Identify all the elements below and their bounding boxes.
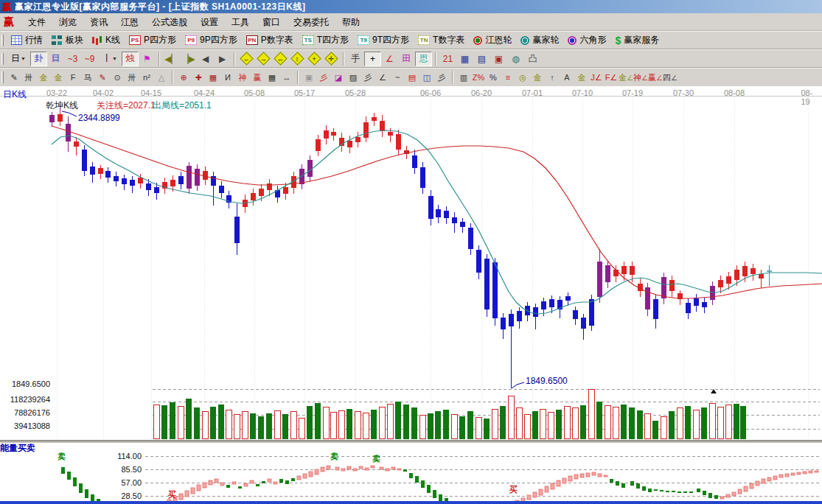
t-number-table-button[interactable]: TNT数字表	[414, 32, 469, 49]
shift-right-button[interactable]: →	[255, 52, 272, 66]
blue-box-tool[interactable]: ◫	[419, 70, 434, 85]
sectors-button[interactable]: 板块	[47, 32, 88, 49]
f-angle-tool[interactable]: F∠	[604, 70, 619, 85]
width-tool[interactable]: ↔	[279, 70, 294, 85]
duokong-kline-toggle[interactable]: 烛	[122, 52, 139, 66]
web-update-button[interactable]: ◍	[507, 52, 524, 66]
kline-button[interactable]: K线	[88, 32, 125, 49]
arrow-tool[interactable]: ↑	[545, 70, 560, 85]
menu-浏览[interactable]: 浏览	[52, 15, 83, 29]
gold-tool[interactable]: 金	[574, 70, 589, 85]
smart-analysis-button[interactable]: 思	[415, 52, 432, 66]
quotes-button[interactable]: 行情	[7, 32, 47, 49]
red-pen-tool[interactable]: ✎	[95, 70, 110, 85]
zoom-reset-button[interactable]: ✛	[323, 52, 340, 66]
angle-tool[interactable]: ∠	[375, 70, 390, 85]
web-grid-tool[interactable]: ▦	[206, 70, 220, 85]
menu-交易委托[interactable]: 交易委托	[287, 15, 335, 29]
shen-grid-tool[interactable]: 神	[235, 70, 250, 85]
menu-文件[interactable]: 文件	[21, 15, 52, 29]
toolbar-drag-handle[interactable]	[1, 71, 4, 83]
j-angle-tool[interactable]: J∠	[589, 70, 604, 85]
angle-measure-button[interactable]: ∠	[381, 52, 398, 66]
gann-wheel-button[interactable]: 江恩轮	[469, 32, 516, 49]
menu-帮助[interactable]: 帮助	[335, 15, 366, 29]
wave9-button[interactable]: ~9	[81, 52, 98, 66]
wave-tool[interactable]: ~	[390, 70, 405, 85]
cycle-tool[interactable]: ⊙	[110, 70, 125, 85]
red-fan-tool[interactable]: 彡	[316, 70, 331, 85]
a-tool[interactable]: A	[560, 70, 574, 85]
save-button[interactable]: ▣	[490, 52, 507, 66]
t-square-button[interactable]: TST四方形	[298, 32, 353, 49]
percent-tool[interactable]: %	[486, 70, 501, 85]
calculator-button[interactable]: ▦	[456, 52, 473, 66]
hash-tool[interactable]: 卅	[125, 70, 139, 85]
wave-mark-tool[interactable]: И	[220, 70, 235, 85]
fan2-tool[interactable]: 彡	[361, 70, 375, 85]
9t-square-button[interactable]: T99T四方形	[353, 32, 414, 49]
period-selector[interactable]: 日▼	[7, 52, 30, 66]
star-grid-tool[interactable]: ✚	[191, 70, 206, 85]
grid-lines-tool[interactable]: 卅	[21, 70, 36, 85]
candle-style-selector[interactable]: 〡▼	[98, 52, 122, 66]
notes-button[interactable]: ▤	[473, 52, 490, 66]
hatch-box-tool[interactable]: ▨	[346, 70, 361, 85]
crosshair-button[interactable]: +	[364, 52, 381, 66]
fan3-tool[interactable]: 彡	[434, 70, 449, 85]
prev-button[interactable]: ◀	[197, 52, 214, 66]
protractor-tool[interactable]: △	[154, 70, 169, 85]
zoom-vertical-button[interactable]: ↕	[289, 52, 306, 66]
menu-资讯[interactable]: 资讯	[83, 15, 114, 29]
number-grid-tool[interactable]: ▦	[265, 70, 279, 85]
menu-设置[interactable]: 设置	[194, 15, 225, 29]
zpercent-tool[interactable]: Z%	[471, 70, 486, 85]
color-chart-button[interactable]: ⚑	[139, 52, 156, 66]
menu-公式选股[interactable]: 公式选股	[145, 15, 194, 29]
gold-lines-tool[interactable]: 金	[530, 70, 545, 85]
last-page-button[interactable]: ▕▶	[180, 52, 197, 66]
gold-grid2-tool[interactable]: 金	[51, 70, 66, 85]
next-button[interactable]: ▶	[214, 52, 231, 66]
winner-service-button[interactable]: $赢家服务	[610, 32, 663, 49]
calendar-button[interactable]: 21	[439, 52, 456, 66]
p-square-button[interactable]: PSP四方形	[125, 32, 181, 49]
gold-circle-tool[interactable]: ◎	[515, 70, 530, 85]
zoom-in-button[interactable]: +	[306, 52, 323, 66]
scale-tool[interactable]: ▥	[456, 70, 471, 85]
zoom-horizontal-button[interactable]: ↔	[272, 52, 289, 66]
four-angle-tool[interactable]: 四∠	[663, 70, 678, 85]
shift-left-button[interactable]: ←	[238, 52, 255, 66]
pan-hand-button[interactable]: 手	[347, 52, 364, 66]
gold-grid-tool[interactable]: 金	[36, 70, 51, 85]
hexagon-button[interactable]: 六角形	[563, 32, 610, 49]
menu-窗口[interactable]: 窗口	[256, 15, 287, 29]
percent-lines-tool[interactable]: ≡	[501, 70, 515, 85]
n2-tool[interactable]: n²	[139, 70, 154, 85]
qiankun-kline-toggle[interactable]: 卦	[30, 52, 47, 66]
gann-fan-tool[interactable]: ⊕	[176, 70, 191, 85]
menu-江恩[interactable]: 江恩	[114, 15, 145, 29]
chart-canvas[interactable]	[0, 87, 822, 501]
ying-angle-tool[interactable]: 赢∠	[648, 70, 663, 85]
wave3-button[interactable]: ~3	[64, 52, 81, 66]
toolbar-drag-handle[interactable]	[1, 35, 4, 46]
ying-grid-tool[interactable]: 赢	[250, 70, 265, 85]
info-panel-button[interactable]: 目	[47, 52, 64, 66]
9p-square-button[interactable]: P99P四方形	[181, 32, 242, 49]
box-tool[interactable]: ▣	[302, 70, 316, 85]
shen-angle-tool[interactable]: 神∠	[633, 70, 648, 85]
red-grid-tool[interactable]: ▤	[405, 70, 419, 85]
menu-工具[interactable]: 工具	[225, 15, 256, 29]
grid-tool-button[interactable]: 田	[398, 52, 415, 66]
gold-angle-tool[interactable]: 金∠	[619, 70, 633, 85]
fan-box-tool[interactable]: ◪	[331, 70, 346, 85]
print-button[interactable]: 凸	[524, 52, 541, 66]
first-page-button[interactable]: ◀▏	[163, 52, 180, 66]
pen-tool[interactable]: ✎	[7, 70, 21, 85]
panel-separator[interactable]	[0, 440, 822, 443]
toolbar-drag-handle[interactable]	[1, 53, 4, 65]
fibo-tool[interactable]: F	[66, 70, 80, 85]
spiral-tool[interactable]: 马	[80, 70, 95, 85]
winner-wheel-button[interactable]: 赢家轮	[516, 32, 563, 49]
